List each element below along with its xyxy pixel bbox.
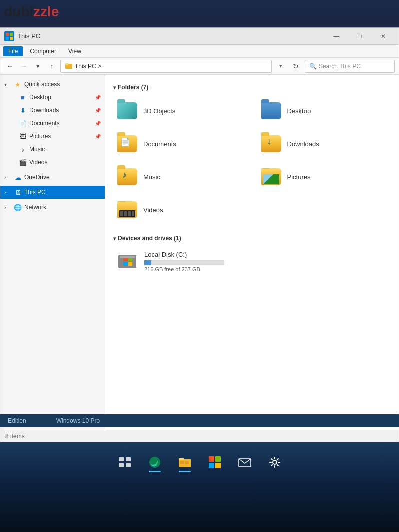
folder-documents-label: Documents [143, 140, 176, 148]
menu-bar: File Computer View [0, 45, 399, 58]
menu-computer[interactable]: Computer [25, 46, 61, 56]
file-pane: ▾ Folders (7) 3D Objects Desktop [105, 75, 399, 430]
svg-rect-16 [215, 456, 221, 462]
sidebar-quick-access[interactable]: ▾ ★ Quick access [0, 78, 105, 91]
window-icon [4, 31, 14, 41]
close-button[interactable]: ✕ [372, 28, 395, 45]
sidebar-videos-label: Videos [29, 159, 101, 166]
svg-rect-5 [65, 63, 68, 65]
folder-3d-objects[interactable]: 3D Objects [113, 96, 247, 126]
music-icon: ♪ [18, 145, 27, 154]
folder-downloads[interactable]: Downloads [257, 129, 391, 159]
onedrive-expand-icon: › [4, 175, 11, 180]
recent-locations-button[interactable]: ▾ [32, 61, 43, 72]
menu-file[interactable]: File [3, 46, 23, 56]
folder-videos[interactable]: Videos [113, 195, 247, 225]
folder-downloads-label: Downloads [287, 140, 319, 148]
downloads-folder-icon: ⬇ [18, 106, 27, 115]
folder-videos-label: Videos [143, 206, 163, 214]
star-icon: ★ [13, 80, 22, 89]
svg-rect-6 [119, 457, 124, 461]
thispc-section: › 🖥 This PC [0, 185, 105, 200]
sidebar-item-pictures[interactable]: 🖼 Pictures 📌 [0, 130, 105, 143]
sidebar-item-thispc[interactable]: › 🖥 This PC [0, 186, 105, 199]
dubizzle-watermark: dubizzle [4, 4, 59, 20]
sidebar-item-onedrive[interactable]: › ☁ OneDrive [0, 171, 105, 184]
edge-button[interactable] [144, 451, 166, 473]
drive-usage-bar [144, 260, 224, 265]
network-label: Network [24, 204, 101, 211]
title-bar: This PC — □ ✕ [0, 28, 399, 45]
svg-rect-2 [6, 37, 9, 40]
svg-rect-0 [6, 33, 9, 36]
folder-music-icon [116, 166, 138, 188]
search-icon: 🔍 [309, 63, 317, 70]
svg-point-20 [273, 460, 277, 464]
svg-rect-14 [185, 461, 189, 464]
svg-rect-12 [179, 458, 184, 460]
bottom-background [0, 482, 399, 532]
sidebar-item-desktop[interactable]: ■ Desktop 📌 [0, 91, 105, 104]
svg-rect-1 [10, 33, 13, 36]
sidebar-item-documents[interactable]: 📄 Documents 📌 [0, 117, 105, 130]
drives-chevron: ▾ [113, 236, 116, 241]
items-count: 8 items [5, 433, 25, 440]
sidebar-desktop-label: Desktop [29, 94, 93, 101]
folder-documents[interactable]: Documents [113, 129, 247, 159]
folders-section-label: Folders (7) [118, 84, 148, 91]
sidebar-item-videos[interactable]: 🎬 Videos [0, 156, 105, 169]
file-explorer-button[interactable] [174, 451, 196, 473]
up-button[interactable]: ↑ [46, 61, 57, 72]
folder-desktop-label: Desktop [287, 107, 311, 115]
sidebar-pictures-label: Pictures [29, 133, 93, 140]
sidebar-documents-label: Documents [29, 120, 93, 127]
window-controls: — □ ✕ [325, 28, 395, 45]
sidebar-item-network[interactable]: › 🌐 Network [0, 201, 105, 214]
svg-rect-8 [119, 463, 124, 467]
folder-desktop[interactable]: Desktop [257, 96, 391, 126]
task-view-button[interactable] [114, 451, 136, 473]
folder-music[interactable]: Music [113, 162, 247, 192]
search-box[interactable]: 🔍 Search This PC [305, 60, 395, 73]
folder-docs-icon [116, 133, 138, 155]
drives-section-header: ▾ Devices and drives (1) [113, 235, 391, 242]
network-section: › 🌐 Network [0, 200, 105, 215]
store-button[interactable] [204, 451, 226, 473]
drive-local-disk[interactable]: Local Disk (C:) 216 GB free of 237 GB [113, 247, 391, 276]
drive-name: Local Disk (C:) [144, 251, 388, 258]
watermark-text: dubi [4, 4, 33, 19]
maximize-button[interactable]: □ [348, 28, 371, 45]
back-button[interactable]: ← [4, 61, 15, 72]
documents-folder-icon: 📄 [18, 119, 27, 128]
folders-chevron: ▾ [113, 85, 116, 90]
mail-button[interactable] [234, 451, 256, 473]
sidebar-item-music[interactable]: ♪ Music [0, 143, 105, 156]
thispc-expand-icon: › [4, 190, 11, 195]
sidebar-item-downloads[interactable]: ⬇ Downloads 📌 [0, 104, 105, 117]
address-chevron[interactable]: ▾ [275, 63, 287, 69]
folder-music-label: Music [143, 173, 160, 181]
menu-view[interactable]: View [63, 46, 86, 56]
drive-icon [116, 251, 138, 272]
version-label: Windows 10 Pro [56, 417, 100, 424]
refresh-button[interactable]: ↻ [290, 60, 302, 72]
os-status-strip: Edition Windows 10 Pro [0, 414, 399, 427]
pin-icon: 📌 [95, 95, 101, 100]
svg-rect-9 [126, 463, 131, 467]
folder-pictures[interactable]: Pictures [257, 162, 391, 192]
address-path[interactable]: This PC > [60, 60, 272, 73]
forward-button[interactable]: → [18, 61, 29, 72]
edition-label: Edition [8, 417, 26, 424]
sidebar-downloads-label: Downloads [29, 107, 93, 114]
minimize-button[interactable]: — [325, 28, 348, 45]
watermark-text-2: zzle [33, 4, 59, 19]
folder-desktop-icon [260, 100, 282, 122]
thispc-icon: 🖥 [13, 188, 22, 197]
videos-icon: 🎬 [18, 158, 27, 167]
settings-button[interactable] [264, 451, 286, 473]
window-title: This PC [17, 32, 40, 40]
drive-fill [144, 260, 151, 265]
thispc-label: This PC [24, 189, 101, 196]
svg-rect-15 [209, 456, 214, 462]
network-expand-icon: › [4, 205, 11, 210]
